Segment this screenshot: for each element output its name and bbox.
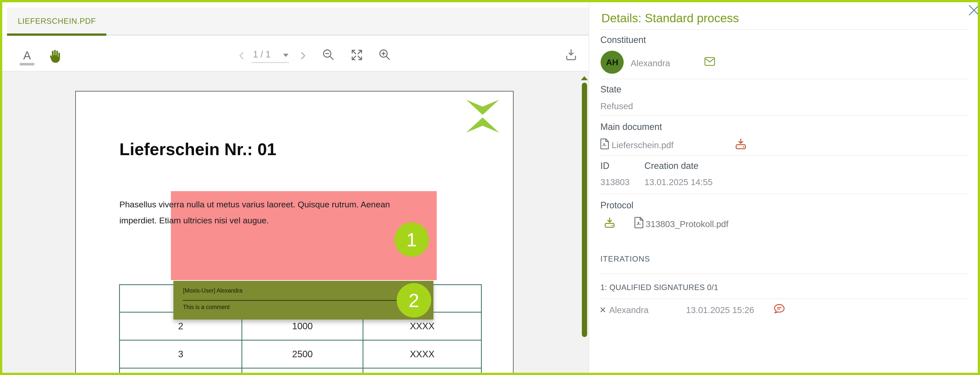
- scrollbar-thumb[interactable]: [582, 83, 587, 337]
- main-document-heading: Main document: [600, 122, 662, 132]
- divider: [600, 155, 969, 156]
- annotation-badge-1[interactable]: 1: [395, 222, 429, 257]
- page-number-label: 1 / 1: [253, 49, 270, 60]
- pdf-file-icon: [634, 217, 644, 229]
- paragraph-line: Phasellus viverra nulla ut metus varius …: [119, 196, 452, 212]
- speech-bubble-icon: [772, 302, 786, 316]
- app-frame: LIEFERSCHEIN.PDF A 1 / 1: [0, 0, 980, 375]
- refused-x-icon: [599, 306, 607, 315]
- magnifier-plus-icon: [378, 48, 391, 62]
- iteration-timestamp: 13.01.2025 15:26: [686, 305, 754, 315]
- pdf-page: Lieferschein Nr.: 01 Phasellus viverra n…: [75, 91, 514, 373]
- state-heading: State: [600, 84, 621, 95]
- iteration-signer-name: Alexandra: [609, 305, 649, 315]
- details-title: Details: Standard process: [601, 11, 739, 25]
- page-indicator-dotted-underline: [251, 62, 288, 63]
- id-heading: ID: [600, 161, 609, 171]
- avatar: AH: [601, 51, 624, 74]
- email-button[interactable]: [704, 57, 715, 67]
- details-panel: Details: Standard process Constituent AH…: [590, 2, 978, 373]
- protocol-heading: Protocol: [600, 200, 633, 210]
- document-title: Lieferschein Nr.: 01: [119, 139, 276, 159]
- id-value: 313803: [600, 177, 630, 187]
- main-document-link[interactable]: Lieferschein.pdf: [612, 140, 673, 150]
- text-annotation-tool-button[interactable]: A: [18, 47, 36, 68]
- table-row: 3 2500 XXXX: [119, 340, 482, 368]
- caret-down-icon: [283, 54, 288, 57]
- viewer-header: LIEFERSCHEIN.PDF A 1 / 1: [2, 2, 589, 71]
- download-main-document-button[interactable]: [734, 138, 747, 152]
- text-tool-underline: [20, 63, 34, 65]
- download-protocol-button[interactable]: [603, 217, 616, 230]
- previous-page-button[interactable]: [236, 49, 248, 62]
- text-tool-icon: A: [23, 49, 31, 62]
- download-document-button[interactable]: [564, 48, 578, 62]
- tab-label: LIEFERSCHEIN.PDF: [18, 17, 96, 26]
- divider: [600, 299, 969, 299]
- zoom-out-button[interactable]: [321, 48, 336, 62]
- comment-indicator-button[interactable]: [772, 302, 786, 317]
- document-paragraph: Phasellus viverra nulla ut metus varius …: [119, 196, 452, 228]
- comment-annotation[interactable]: [Moxis-User] Alexandra This is a comment: [173, 281, 433, 320]
- zoom-in-button[interactable]: [378, 48, 392, 62]
- chevron-left-icon: [236, 49, 248, 62]
- tab-bar: LIEFERSCHEIN.PDF: [7, 8, 589, 35]
- close-icon: [967, 3, 978, 17]
- pan-tool-button[interactable]: [45, 45, 63, 68]
- constituent-name: Alexandra: [631, 58, 670, 68]
- scrollbar-up-arrow[interactable]: [581, 76, 588, 80]
- comment-divider: [183, 300, 423, 301]
- creation-date-value: 13.01.2025 14:55: [644, 177, 713, 187]
- comment-author: [Moxis-User] Alexandra: [183, 287, 423, 294]
- download-tray-icon: [734, 138, 747, 151]
- download-icon: [564, 48, 578, 62]
- hand-icon: [46, 48, 62, 65]
- fit-to-screen-button[interactable]: [349, 48, 364, 62]
- pdf-viewer-panel: LIEFERSCHEIN.PDF A 1 / 1: [2, 2, 589, 373]
- next-page-button[interactable]: [297, 49, 309, 62]
- divider: [600, 29, 969, 30]
- chevron-right-icon: [297, 49, 309, 62]
- iteration-group-label: 1: QUALIFIED SIGNATURES 0/1: [600, 283, 718, 292]
- divider: [600, 274, 969, 274]
- table-cell: [363, 368, 482, 373]
- divider: [600, 194, 969, 194]
- table-cell: 3: [119, 340, 242, 368]
- expand-arrows-icon: [350, 48, 364, 62]
- brand-logo-icon: [463, 100, 502, 133]
- iterations-heading: ITERATIONS: [600, 255, 650, 264]
- active-tab-indicator: [7, 33, 107, 36]
- comment-text: This is a comment: [183, 304, 423, 310]
- constituent-heading: Constituent: [600, 35, 646, 45]
- protocol-file-link[interactable]: 313803_Protokoll.pdf: [646, 219, 729, 229]
- table-cell: XXXX: [363, 340, 482, 368]
- close-button[interactable]: [967, 3, 978, 17]
- table-cell: 2500: [242, 340, 363, 368]
- annotation-badge-2[interactable]: 2: [397, 283, 431, 318]
- tab-lieferschein-pdf[interactable]: LIEFERSCHEIN.PDF: [7, 8, 107, 35]
- state-value: Refused: [600, 101, 633, 111]
- table-row: [119, 368, 482, 373]
- divider: [600, 115, 969, 116]
- download-tray-icon: [603, 217, 616, 229]
- magnifier-minus-icon: [322, 48, 335, 62]
- pdf-file-icon: [600, 138, 609, 151]
- table-cell: [242, 368, 363, 373]
- mail-icon: [704, 57, 715, 66]
- divider: [600, 79, 969, 79]
- creation-date-heading: Creation date: [644, 161, 698, 171]
- table-cell: [119, 368, 242, 373]
